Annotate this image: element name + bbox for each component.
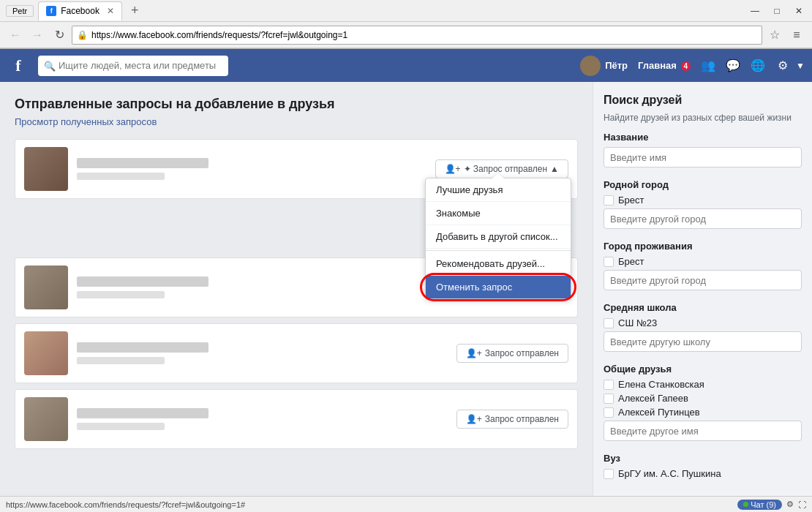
mutual1-checkbox[interactable] — [604, 380, 614, 390]
school-checkbox[interactable] — [604, 318, 614, 328]
facebook-logo: f — [7, 55, 29, 77]
nav-dropdown-arrow[interactable]: ▼ — [796, 61, 805, 71]
chat-dot — [743, 502, 748, 507]
friend-name-blur — [77, 158, 208, 168]
search-container: 🔍 — [38, 56, 228, 76]
dropdown-item-add-list[interactable]: Добавить в другой список... — [426, 225, 571, 249]
sidebar-city-input[interactable] — [604, 270, 802, 290]
forward-button[interactable]: → — [28, 26, 47, 45]
friend-item: 👤+ Запрос отправлен — [15, 389, 578, 449]
sidebar-label-hometown: Родной город — [604, 179, 802, 190]
friend-meta-blur — [77, 357, 165, 364]
window-chrome: Petr f Facebook ✕ + — □ ✕ ← → ↻ 🔒 ☆ ≡ — [0, 0, 812, 49]
tab-favicon: f — [46, 6, 56, 16]
mutual3-checkbox[interactable] — [604, 407, 614, 418]
messages-icon[interactable]: 💬 — [721, 56, 745, 76]
university-checkbox-row: БрГУ им. А.С. Пушкина — [604, 468, 802, 479]
sidebar-name-input[interactable] — [604, 147, 802, 167]
school-checkbox-row: СШ №23 — [604, 317, 802, 328]
mutual3-row: Алексей Путинцев — [604, 407, 802, 418]
expand-icon-status[interactable]: ⛶ — [798, 500, 806, 509]
new-tab-button[interactable]: + — [127, 3, 143, 18]
search-input[interactable] — [38, 56, 228, 76]
refresh-button[interactable]: ↻ — [50, 26, 69, 45]
request-sent-button[interactable]: 👤+ Запрос отправлен — [456, 344, 568, 363]
page-subtitle[interactable]: Просмотр полученных запросов — [15, 116, 578, 127]
school-label: СШ №23 — [618, 317, 657, 328]
dropdown-item-recommend[interactable]: Рекомендовать друзей... — [426, 252, 571, 276]
dropdown-item-cancel-request[interactable]: Отменить запрос — [426, 276, 571, 298]
mutual1-row: Елена Станковская — [604, 379, 802, 390]
browser-tab[interactable]: f Facebook ✕ — [38, 1, 122, 20]
title-bar-left: Petr f Facebook ✕ + — [6, 1, 143, 20]
settings-icon-status[interactable]: ⚙ — [786, 500, 794, 509]
friend-actions: 👤+ Запрос отправлен — [456, 410, 568, 429]
home-badge: 4 — [681, 61, 691, 71]
request-sent-button[interactable]: 👤+ Запрос отправлен — [456, 410, 568, 429]
status-bar: https://www.facebook.com/friends/request… — [0, 496, 812, 512]
mutual3-label: Алексей Путинцев — [618, 407, 700, 418]
left-panel: Отправленные запросы на добавление в дру… — [0, 82, 593, 512]
minimize-button[interactable]: — — [745, 3, 765, 19]
tab-close-button[interactable]: ✕ — [107, 6, 114, 16]
globe-icon[interactable]: 🌐 — [746, 56, 770, 76]
user-tag: Petr — [6, 5, 34, 17]
maximize-button[interactable]: □ — [767, 3, 787, 19]
dropdown-item-best-friends[interactable]: Лучшие друзья — [426, 178, 571, 202]
sidebar-description: Найдите друзей из разных сфер вашей жизн… — [604, 113, 802, 123]
title-bar: Petr f Facebook ✕ + — □ ✕ — [0, 0, 812, 22]
mutual2-label: Алексей Гапеев — [618, 393, 688, 404]
chat-label: Чат (9) — [751, 500, 776, 509]
friend-name-blur — [77, 408, 208, 418]
close-button[interactable]: ✕ — [789, 3, 809, 19]
mutual1-label: Елена Станковская — [618, 379, 704, 390]
mutual2-row: Алексей Гапеев — [604, 393, 802, 404]
sidebar-mutual-input[interactable] — [604, 421, 802, 441]
friend-info — [77, 408, 456, 430]
dropdown-item-acquaintances[interactable]: Знакомые — [426, 202, 571, 225]
city-checkbox[interactable] — [604, 257, 614, 267]
status-bar-right: Чат (9) ⚙ ⛶ — [737, 500, 806, 510]
dropdown-arrow-pointer — [492, 173, 504, 178]
lock-icon: 🔒 — [77, 30, 88, 40]
friend-info — [77, 276, 456, 298]
sidebar-school-input[interactable] — [604, 331, 802, 352]
sidebar-label-name: Название — [604, 132, 802, 143]
hometown-checkbox[interactable] — [604, 195, 614, 206]
home-link[interactable]: Главная 4 — [634, 60, 695, 71]
chat-button[interactable]: Чат (9) — [737, 500, 782, 510]
dropdown-menu: Лучшие друзья Знакомые Добавить в другой… — [425, 178, 571, 299]
sidebar-label-city: Город проживания — [604, 241, 802, 252]
mutual2-checkbox[interactable] — [604, 394, 614, 404]
friend-info — [77, 158, 435, 180]
url-container: 🔒 — [72, 26, 762, 45]
dropdown-separator — [426, 250, 571, 251]
friend-item: 👤+ Запрос отправлен — [15, 323, 578, 383]
nav-icons: Главная 4 👥 💬 🌐 ⚙ ▼ — [634, 56, 805, 76]
hometown-checkbox-row: Брест — [604, 195, 802, 206]
status-url: https://www.facebook.com/friends/request… — [6, 500, 245, 509]
friend-item: 👤+ ✦ Запрос отправлен ▲ Лучшие друзья Зн… — [15, 139, 578, 199]
user-name: Пётр — [605, 60, 628, 71]
nav-user: Пётр — [580, 56, 628, 76]
bookmark-icon[interactable]: ☆ — [765, 26, 784, 45]
menu-icon[interactable]: ≡ — [787, 26, 806, 45]
friend-meta-blur — [77, 173, 165, 180]
user-avatar — [580, 56, 601, 76]
sidebar-hometown-input[interactable] — [604, 208, 802, 229]
settings-icon[interactable]: ⚙ — [771, 56, 794, 76]
friends-icon[interactable]: 👥 — [696, 56, 720, 76]
main-content: Отправленные запросы на добавление в дру… — [0, 82, 812, 512]
friend-actions: 👤+ Запрос отправлен — [456, 344, 568, 363]
back-button[interactable]: ← — [6, 26, 25, 45]
university-label: БрГУ им. А.С. Пушкина — [618, 468, 721, 479]
search-icon: 🔍 — [44, 60, 56, 71]
url-input[interactable] — [72, 26, 762, 45]
request-icon: 👤+ — [445, 164, 461, 174]
university-checkbox[interactable] — [604, 469, 614, 479]
address-bar: ← → ↻ 🔒 ☆ ≡ — [0, 22, 812, 48]
city-label: Брест — [618, 256, 644, 267]
friend-name-blur — [77, 276, 208, 287]
sidebar-label-university: Вуз — [604, 453, 802, 464]
request-icon: 👤+ — [466, 414, 482, 424]
